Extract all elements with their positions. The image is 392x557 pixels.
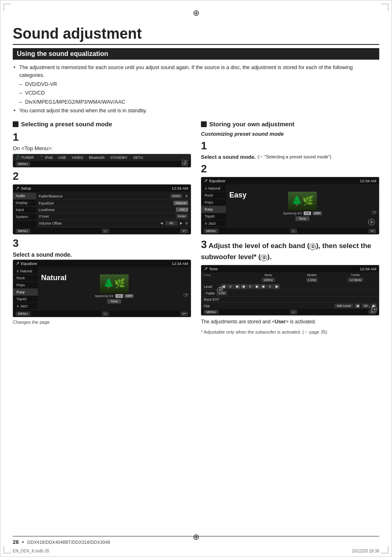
off-btn-left[interactable]: OFF [125,294,134,298]
circle-num-2-eq: ② [368,219,375,225]
file-bar-left: EN_DDX_K.indb 28 [13,549,49,553]
eq-header-right: ↗ Equalizer 12:34 AM [201,177,379,184]
up-arrow-icon-right: ∧ [205,186,208,190]
loudness-value: ON [176,207,188,212]
menu-btn-source[interactable]: MENU [16,162,30,166]
bullet-item-divx: DivX/MPEG1/MPEG2/MP3/WMA/WAV/AAC [25,98,379,106]
step3-text-left: Select a sound mode. [13,251,191,258]
eq-item-top40-left[interactable]: Top40 [13,296,38,303]
page-model: DDX418/DDX4048BT/DDX318/DDX3048 [27,540,110,545]
corner-bl [4,546,11,553]
xover-label: X'over [39,214,173,218]
treble-up[interactable]: ▶ [274,284,279,289]
bass-up[interactable]: ▶ [235,284,240,289]
setup-row-eq: Equalizer Natural [37,200,190,207]
eq-home-btn-right[interactable]: ⌂ [290,229,297,233]
fader-label: Fader/Balance [39,194,168,198]
on-btn-right[interactable]: ON [304,211,311,215]
on-btn-left[interactable]: ON [115,294,123,298]
mid-down[interactable]: ◀ [241,284,246,289]
eq-item-natural-right[interactable]: ∧ Natural [201,185,226,192]
fader-value: 00/00 [170,194,182,198]
tone-col-treble: Treble 12.5kHz [334,273,376,283]
setup-header: ↗ Setup 12:34 AM [13,185,191,192]
eq-body-left: ∧ Natural Rock Pops Easy Top40 ∨ Jazz [13,267,191,311]
off-btn-right[interactable]: OFF [313,211,322,215]
source-footer: MENU ⌂ ☞ [13,161,191,167]
treble-down[interactable]: ◀ [261,284,265,289]
caption-text: Changes the page [13,320,191,325]
tree-image-left: 🌲🌿 [100,274,129,293]
sidebar-system[interactable]: System [13,214,36,220]
eq-item-jazz-left[interactable]: ∨ Jazz [13,303,38,310]
vol-right-arrow: ▶ [180,221,182,225]
source-setup: SETU [133,155,143,160]
eq-preset-image-right: 🌲🌿 [288,192,317,210]
page-outer: ⊕ Sound adjustment Using the sound equal… [0,0,392,557]
eq-screen-right: ↗ Equalizer 12:34 AM ∧ Natural Rock Pops… [201,177,379,234]
bullet-list: The adjustment is memorized for each sou… [19,64,379,115]
step1-text-left: On <Top Menu>: [13,145,191,151]
setup-content: Fader/Balance 00/00 ∧ Equalizer Natural … [36,192,191,228]
eq-item-rock-right[interactable]: Rock [201,192,226,199]
two-col-layout: Selecting a preset sound mode 1 On <Top … [13,121,379,336]
systemq-row-left: SystemQ-EX ON OFF [95,294,134,298]
corner-br [381,546,388,553]
eq-item-top40-right[interactable]: Top40 [201,213,226,220]
tone-col-freq-label: Freq [204,273,246,283]
eq-back-btn-right[interactable]: ↩ [369,229,376,233]
treble-freq: 12.5kHz [348,278,363,282]
setup-footer: MENU ⌂ ↩ [13,228,191,234]
eq-item-rock-left[interactable]: Rock [13,275,38,282]
eq-back-btn-left[interactable]: ↩ [180,311,188,316]
eq-item-pops-right[interactable]: Pops [201,199,226,206]
sw-down[interactable]: ◀ [355,304,360,308]
setup-row-fader: Fader/Balance 00/00 ∧ [37,193,190,200]
eq-footer-left: MENU ⌂ ↩ [13,311,191,317]
eq-title-right: Equalizer [209,179,226,183]
hand-cursor-3: ☞ [183,291,189,299]
eq-item-pops-left[interactable]: Pops [13,282,38,289]
hand-cursor-4: ☞ [371,209,377,216]
eq-preset-label-right: Easy [229,191,247,200]
step3-label-left: 3 [13,237,191,250]
sidebar-audio[interactable]: Audio [13,193,36,200]
setup-menu-btn[interactable]: MENU [16,229,30,233]
circle-1: ① [309,244,316,250]
eq-title-left: Equalizer [21,261,37,266]
step1-label-left: 1 [13,131,191,144]
tone-header: ↗ Tone 12:34 AM [201,265,379,272]
step1-ref: (☞ "Selecting a preset sound mode") [258,154,332,160]
sidebar-input[interactable]: Input [13,207,36,214]
square-icon-right [201,121,207,127]
home-btn-source[interactable]: ⌂ [181,162,188,166]
eq-menu-btn-right[interactable]: MENU [204,229,219,233]
eq-list-right: ∧ Natural Rock Pops Easy Top40 ∨ Jazz [201,184,226,228]
right-subheading: Storing your own adjustment [201,121,379,128]
bass-label: Bass [247,273,289,277]
tone-cols: Freq Bass 100Hz Middle 1 kHz Treble 12.5… [201,272,379,283]
mid-freq: 1 kHz [306,278,318,282]
eq-menu-btn-left[interactable]: MENU [16,311,30,316]
eq-item-jazz-right[interactable]: ∨ Jazz [201,220,226,227]
circle-2: ② [261,255,267,261]
tone-home-btn[interactable]: ⌂ [290,310,297,314]
tone-menu-btn[interactable]: MENU [204,310,219,314]
eq-item-easy-right[interactable]: Easy [201,206,226,213]
eq-item-easy-left[interactable]: Easy [13,289,38,296]
setup-back-btn[interactable]: ↩ [180,229,188,233]
mid-up[interactable]: ▶ [255,284,260,289]
sidebar-display[interactable]: Display [13,200,36,207]
down-arrow-icon-right: ∨ [205,221,208,225]
step1-label-right: 1 [201,139,379,152]
setup-home-btn[interactable]: ⌂ [102,229,109,233]
tone-btn-left[interactable]: Tone [107,299,121,304]
tone-col-middle: Middle 1 kHz [291,273,333,283]
tone-btn-right[interactable]: Tone [295,216,309,221]
eq-home-btn-left[interactable]: ⌂ [102,311,109,316]
eq-item-natural-left[interactable]: ∧ Natural [13,268,38,275]
eq-screen-left: ↗ Equalizer 12:34 AM ∧ Natural Rock Pops… [13,260,191,317]
tone-fader-row: - Fader 1.00 [201,290,379,296]
xover-value: Enter [176,214,188,218]
bullet-item-vcd: VCD/CD [25,89,379,97]
